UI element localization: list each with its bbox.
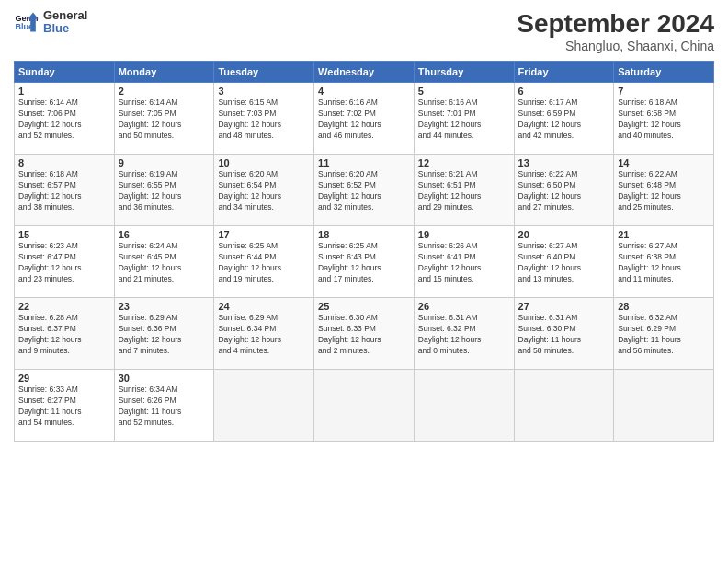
logo-line2: Blue [43,22,87,35]
day-info-line: and 0 minutes. [418,346,510,357]
day-info-line: Sunset: 6:33 PM [318,324,410,335]
day-number: 19 [418,229,510,240]
calendar-cell: 22Sunrise: 6:28 AMSunset: 6:37 PMDayligh… [15,298,115,370]
day-number: 7 [618,86,710,97]
calendar-cell: 11Sunrise: 6:20 AMSunset: 6:52 PMDayligh… [314,155,415,226]
logo-icon: General Blue [14,9,40,35]
day-info-line: Sunrise: 6:14 AM [18,98,110,109]
day-info-line: and 32 minutes. [318,202,410,213]
day-number: 6 [518,86,610,97]
week-row-3: 15Sunrise: 6:23 AMSunset: 6:47 PMDayligh… [15,226,714,298]
day-info-line: and 29 minutes. [418,202,510,213]
day-info-line: and 46 minutes. [318,131,410,142]
day-info-line: Sunrise: 6:15 AM [218,98,310,109]
calendar-cell: 26Sunrise: 6:31 AMSunset: 6:32 PMDayligh… [414,298,514,370]
day-info-line: Daylight: 12 hours [18,263,110,274]
day-info-line: Sunrise: 6:25 AM [218,241,310,252]
calendar-cell: 28Sunrise: 6:32 AMSunset: 6:29 PMDayligh… [614,298,714,370]
day-info-line: Sunrise: 6:21 AM [418,169,510,180]
day-info-line: Sunrise: 6:24 AM [119,241,210,252]
day-info-line: Sunset: 6:48 PM [618,180,710,191]
day-info-line: Daylight: 11 hours [18,407,110,418]
day-number: 16 [119,229,210,240]
day-info-line: Sunrise: 6:28 AM [18,313,110,324]
calendar-table: SundayMondayTuesdayWednesdayThursdayFrid… [14,61,714,442]
day-info-line: and 25 minutes. [618,202,710,213]
day-number: 22 [18,301,110,312]
day-info-line: Daylight: 12 hours [119,120,210,131]
day-info-line: Sunrise: 6:29 AM [218,313,310,324]
logo-wordmark: General Blue [43,9,87,36]
day-info-line: Sunrise: 6:19 AM [119,169,210,180]
day-number: 12 [418,157,510,168]
day-info-line: Sunrise: 6:27 AM [518,241,610,252]
day-number: 26 [418,301,510,312]
day-info-line: and 11 minutes. [618,274,710,285]
day-info-line: and 2 minutes. [318,346,410,357]
day-info-line: Daylight: 12 hours [518,191,610,202]
calendar-cell: 15Sunrise: 6:23 AMSunset: 6:47 PMDayligh… [15,226,115,298]
day-info-line: and 48 minutes. [218,131,310,142]
day-info-line: Daylight: 12 hours [218,191,310,202]
day-info-line: and 44 minutes. [418,131,510,142]
day-info-line: Sunset: 6:34 PM [218,324,310,335]
day-info-line: Sunset: 6:36 PM [119,324,210,335]
day-number: 14 [618,157,710,168]
logo-line1: General [43,9,87,22]
day-number: 3 [218,86,310,97]
calendar-cell: 13Sunrise: 6:22 AMSunset: 6:50 PMDayligh… [514,155,614,226]
calendar-cell: 12Sunrise: 6:21 AMSunset: 6:51 PMDayligh… [414,155,514,226]
day-info-line: Sunrise: 6:20 AM [318,169,410,180]
header: General Blue General Blue September 2024… [14,9,714,53]
day-info-line: Sunset: 6:44 PM [218,252,310,263]
day-info-line: Daylight: 12 hours [418,120,510,131]
calendar-cell [414,370,514,442]
day-info-line: Sunset: 6:57 PM [18,180,110,191]
calendar-cell: 5Sunrise: 6:16 AMSunset: 7:01 PMDaylight… [414,83,514,155]
day-info-line: Sunrise: 6:33 AM [18,385,110,396]
weekday-header-wednesday: Wednesday [314,62,415,83]
weekday-header-tuesday: Tuesday [214,62,314,83]
day-info-line: Daylight: 12 hours [318,263,410,274]
day-info-line: and 19 minutes. [218,274,310,285]
day-number: 15 [18,229,110,240]
day-info-line: Daylight: 12 hours [518,120,610,131]
weekday-header-monday: Monday [114,62,214,83]
day-info-line: Daylight: 12 hours [119,263,210,274]
day-info-line: and 38 minutes. [18,202,110,213]
day-info-line: Sunrise: 6:26 AM [418,241,510,252]
calendar-cell: 30Sunrise: 6:34 AMSunset: 6:26 PMDayligh… [114,370,214,442]
day-info-line: Sunset: 6:47 PM [18,252,110,263]
calendar-container: General Blue General Blue September 2024… [0,0,728,563]
day-info-line: and 50 minutes. [119,131,210,142]
location: Shangluo, Shaanxi, China [517,39,714,53]
day-number: 29 [18,373,110,384]
calendar-cell: 14Sunrise: 6:22 AMSunset: 6:48 PMDayligh… [614,155,714,226]
calendar-cell: 18Sunrise: 6:25 AMSunset: 6:43 PMDayligh… [314,226,415,298]
day-info-line: Sunset: 7:03 PM [218,109,310,120]
calendar-cell: 9Sunrise: 6:19 AMSunset: 6:55 PMDaylight… [114,155,214,226]
day-info-line: Daylight: 12 hours [518,263,610,274]
day-info-line: Daylight: 11 hours [618,335,710,346]
day-info-line: Sunset: 6:58 PM [618,109,710,120]
day-number: 17 [218,229,310,240]
day-info-line: Sunrise: 6:22 AM [518,169,610,180]
day-info-line: Sunrise: 6:29 AM [119,313,210,324]
day-number: 13 [518,157,610,168]
day-info-line: Daylight: 12 hours [218,335,310,346]
day-info-line: and 58 minutes. [518,346,610,357]
day-info-line: Sunset: 7:06 PM [18,109,110,120]
calendar-cell: 7Sunrise: 6:18 AMSunset: 6:58 PMDaylight… [614,83,714,155]
day-info-line: Daylight: 12 hours [318,120,410,131]
calendar-cell: 4Sunrise: 6:16 AMSunset: 7:02 PMDaylight… [314,83,415,155]
week-row-1: 1Sunrise: 6:14 AMSunset: 7:06 PMDaylight… [15,83,714,155]
day-number: 4 [318,86,410,97]
day-info-line: Sunset: 6:37 PM [18,324,110,335]
day-info-line: Sunrise: 6:27 AM [618,241,710,252]
svg-text:Blue: Blue [15,23,33,32]
calendar-cell: 20Sunrise: 6:27 AMSunset: 6:40 PMDayligh… [514,226,614,298]
day-info-line: and 40 minutes. [618,131,710,142]
day-info-line: Sunset: 6:32 PM [418,324,510,335]
day-number: 8 [18,157,110,168]
day-info-line: and 23 minutes. [18,274,110,285]
